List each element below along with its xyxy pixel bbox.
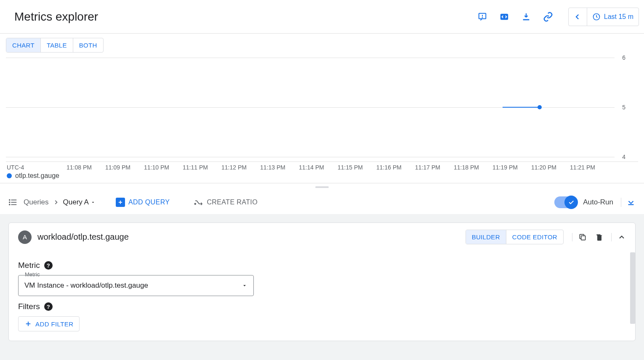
caret-down-icon bbox=[90, 200, 96, 205]
panel-header: A workload/otlp.test.gauge BUILDER CODE … bbox=[9, 223, 635, 251]
toggle-knob bbox=[564, 196, 578, 209]
svg-rect-4 bbox=[523, 19, 529, 20]
merge-icon bbox=[194, 198, 203, 207]
view-tabs: CHART TABLE BOTH bbox=[6, 38, 104, 53]
panel-body: Metric ? Metric VM Instance - workload/o… bbox=[9, 251, 635, 341]
tab-both[interactable]: BOTH bbox=[73, 38, 103, 52]
queries-breadcrumb: Queries Query A bbox=[24, 198, 96, 206]
svg-point-10 bbox=[9, 202, 10, 203]
time-range-button[interactable]: Last 15 m bbox=[587, 8, 639, 26]
x-tick: 11:09 PM bbox=[105, 164, 130, 171]
x-tick: 11:13 PM bbox=[260, 164, 285, 171]
view-tabs-row: CHART TABLE BOTH bbox=[0, 34, 644, 53]
x-tick: 11:14 PM bbox=[299, 164, 324, 171]
metric-section-text: Metric bbox=[18, 261, 40, 270]
query-bar: Queries Query A ADD QUERY CREATE RATIO A… bbox=[0, 191, 644, 214]
query-panel-container: A workload/otlp.test.gauge BUILDER CODE … bbox=[0, 214, 644, 360]
query-panel: A workload/otlp.test.gauge BUILDER CODE … bbox=[8, 222, 636, 341]
data-point bbox=[538, 105, 542, 109]
auto-run-toggle[interactable] bbox=[554, 196, 577, 208]
clock-icon bbox=[592, 13, 601, 21]
legend-dot bbox=[7, 173, 12, 178]
time-back-button[interactable] bbox=[569, 8, 587, 26]
x-tick: 11:21 PM bbox=[570, 164, 595, 171]
help-icon[interactable]: ? bbox=[44, 302, 53, 311]
query-dropdown[interactable]: Query A bbox=[63, 198, 96, 206]
add-query-label: ADD QUERY bbox=[128, 199, 170, 206]
chevron-right-icon bbox=[53, 199, 59, 205]
x-tick: 11:17 PM bbox=[415, 164, 440, 171]
editor-mode-group: BUILDER CODE EDITOR bbox=[466, 230, 564, 244]
header: Metrics explorer Last 15 m bbox=[0, 0, 644, 34]
add-filter-button[interactable]: ADD FILTER bbox=[18, 316, 80, 331]
query-title: workload/otlp.test.gauge bbox=[37, 232, 129, 242]
svg-rect-16 bbox=[581, 236, 585, 240]
auto-run-label: Auto-Run bbox=[583, 198, 613, 206]
page-title: Metrics explorer bbox=[14, 10, 98, 24]
svg-point-9 bbox=[9, 200, 10, 201]
create-ratio-label: CREATE RATIO bbox=[207, 199, 258, 206]
data-line bbox=[503, 107, 540, 108]
metric-value: VM Instance - workload/otlp.test.gauge bbox=[24, 281, 148, 289]
x-axis: UTC-4 11:08 PM 11:09 PM 11:10 PM 11:11 P… bbox=[6, 162, 638, 170]
x-tick: 11:08 PM bbox=[67, 164, 92, 171]
mode-builder[interactable]: BUILDER bbox=[466, 230, 506, 244]
collapse-icon[interactable] bbox=[611, 233, 626, 241]
chart-canvas[interactable]: 6 5 4 bbox=[6, 53, 638, 162]
tab-chart[interactable]: CHART bbox=[6, 38, 40, 52]
filters-section-label: Filters ? bbox=[18, 302, 626, 311]
svg-point-2 bbox=[482, 17, 482, 18]
y-tick: 4 bbox=[622, 154, 625, 160]
x-tick: 11:10 PM bbox=[144, 164, 169, 171]
collapse-all-button[interactable] bbox=[621, 198, 636, 207]
download-icon[interactable] bbox=[521, 12, 531, 22]
svg-point-11 bbox=[9, 204, 10, 205]
metric-section-label: Metric ? bbox=[18, 261, 626, 270]
plus-icon bbox=[24, 320, 32, 328]
svg-point-14 bbox=[195, 203, 196, 204]
help-icon[interactable]: ? bbox=[44, 261, 53, 270]
time-range-group: Last 15 m bbox=[568, 8, 639, 26]
y-tick: 5 bbox=[622, 104, 625, 111]
timezone-label: UTC-4 bbox=[7, 164, 24, 171]
x-tick: 11:15 PM bbox=[338, 164, 363, 171]
delete-icon[interactable] bbox=[595, 233, 604, 241]
query-badge: A bbox=[18, 230, 32, 244]
metric-field: Metric VM Instance - workload/otlp.test.… bbox=[18, 275, 254, 296]
caret-down-icon bbox=[242, 283, 247, 289]
check-icon bbox=[568, 199, 575, 206]
query-name-label: Query A bbox=[63, 198, 89, 206]
create-ratio-button[interactable]: CREATE RATIO bbox=[194, 198, 258, 207]
mode-code-editor[interactable]: CODE EDITOR bbox=[506, 230, 563, 244]
list-icon bbox=[8, 198, 18, 207]
scrollbar-thumb[interactable] bbox=[630, 252, 635, 324]
header-actions: Last 15 m bbox=[477, 8, 639, 26]
y-tick: 6 bbox=[622, 54, 625, 61]
legend-label: otlp.test.gauge bbox=[15, 172, 59, 180]
x-tick: 11:19 PM bbox=[492, 164, 518, 171]
x-tick: 11:18 PM bbox=[454, 164, 479, 171]
x-tick: 11:12 PM bbox=[221, 164, 247, 171]
filters-section-text: Filters bbox=[18, 302, 40, 311]
chart-legend[interactable]: otlp.test.gauge bbox=[6, 170, 638, 180]
panel-actions bbox=[572, 233, 604, 241]
handle-bar bbox=[315, 186, 329, 188]
queries-label[interactable]: Queries bbox=[24, 198, 49, 206]
code-icon[interactable] bbox=[499, 12, 509, 22]
x-tick: 11:16 PM bbox=[376, 164, 402, 171]
time-range-label: Last 15 m bbox=[604, 13, 633, 21]
resize-handle[interactable] bbox=[0, 183, 644, 191]
x-tick: 11:20 PM bbox=[531, 164, 556, 171]
add-query-button[interactable]: ADD QUERY bbox=[116, 198, 170, 207]
x-tick: 11:11 PM bbox=[183, 164, 208, 171]
plus-icon bbox=[116, 198, 125, 207]
copy-icon[interactable] bbox=[578, 233, 587, 241]
metric-select[interactable]: VM Instance - workload/otlp.test.gauge bbox=[18, 275, 254, 296]
feedback-icon[interactable] bbox=[477, 12, 487, 22]
grid-line bbox=[6, 58, 615, 58]
chart-area: 6 5 4 UTC-4 11:08 PM 11:09 PM 11:10 PM 1… bbox=[0, 53, 644, 183]
tab-table[interactable]: TABLE bbox=[40, 38, 73, 52]
link-icon[interactable] bbox=[543, 12, 553, 22]
grid-line bbox=[6, 157, 615, 157]
add-filter-label: ADD FILTER bbox=[35, 320, 73, 328]
